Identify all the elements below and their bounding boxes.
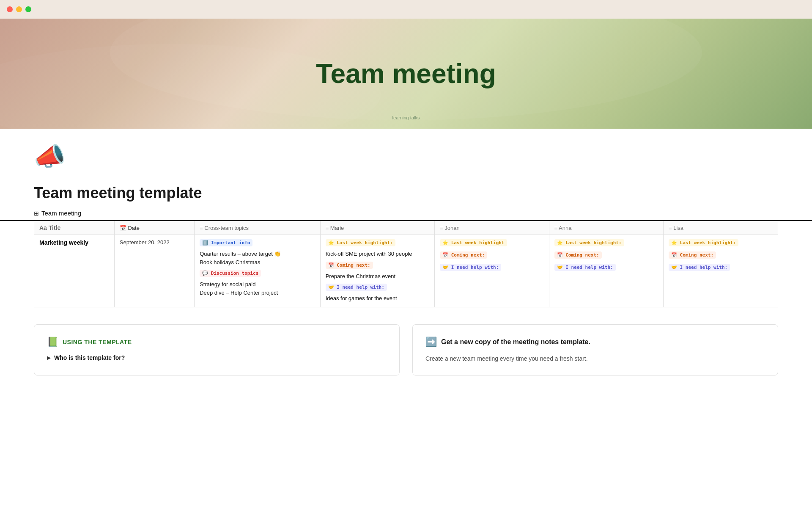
important-item-2: Book holidays Christmas [200,258,315,267]
hero-banner: Team meeting learning talks [0,19,812,129]
data-table: Aa Title 📅 Date ≡ Cross-team topics ≡ Ma… [34,221,778,307]
lisa-help-tag: 🤝 I need help with: [669,264,730,271]
anna-coming-tag: 📅 Coming next: [554,251,602,259]
important-info-tag: ℹ️ Important info [200,239,252,246]
megaphone-icon: 📣 [34,141,66,171]
chevron-right-icon: ▶ [47,355,51,361]
text-icon: Aa [39,224,47,231]
marie-help-tag: 🤝 I need help with: [326,284,387,291]
collapse-item-label: Who is this template for? [54,354,125,361]
arrow-right-icon: ➡️ [425,337,437,348]
titlebar [0,0,812,19]
close-button[interactable] [7,6,13,12]
table-header-row: Aa Title 📅 Date ≡ Cross-team topics ≡ Ma… [34,221,778,235]
col-header-cross: ≡ Cross-team topics [195,221,321,235]
cell-johan: ⭐ Last week highlight 📅 Coming next: 🤝 I… [435,235,549,307]
new-copy-desc: Create a new team meeting every time you… [425,354,765,363]
marie-last-week-tag: ⭐ Last week highlight: [326,239,395,246]
card-header-new-copy: ➡️ Get a new copy of the meeting notes t… [425,337,765,348]
text-lines-icon-5: ≡ [669,225,672,231]
text-lines-icon-3: ≡ [440,225,443,231]
cards-section: 📗 USING THE TEMPLATE ▶ Who is this templ… [0,307,812,392]
text-lines-icon: ≡ [200,225,203,231]
important-item-1: Quarter results – above target 👏 [200,250,315,258]
discussion-topics-tag: 💬 Discussion topics [200,270,261,277]
text-lines-icon-2: ≡ [326,225,329,231]
row-title: Marketing weekly [39,239,88,246]
marie-last-week-text: Kick-off SME project with 30 people [326,250,429,258]
cell-date: September 20, 2022 [114,235,194,307]
row-date: September 20, 2022 [120,239,170,246]
johan-coming-tag: 📅 Coming next: [440,251,487,259]
book-icon: 📗 [47,337,58,348]
marie-help-text: Ideas for games for the event [326,294,429,303]
lisa-coming-tag: 📅 Coming next: [669,251,716,259]
page-title: Team meeting template [0,176,812,206]
using-template-card: 📗 USING THE TEMPLATE ▶ Who is this templ… [34,324,400,375]
anna-help-tag: 🤝 I need help with: [554,264,616,271]
cell-cross-team: ℹ️ Important info Quarter results – abov… [195,235,321,307]
discussion-item-2: Deep dive – Help Center project [200,289,315,297]
team-meeting-tab[interactable]: ⊞ Team meeting [34,206,81,221]
tab-label: Team meeting [41,210,81,217]
new-copy-card: ➡️ Get a new copy of the meeting notes t… [412,324,778,375]
discussion-item-1: Strategy for social paid [200,280,315,289]
anna-last-week-tag: ⭐ Last week highlight: [554,239,624,246]
maximize-button[interactable] [25,6,31,12]
lisa-last-week-tag: ⭐ Last week highlight: [669,239,738,246]
who-is-template-for-item[interactable]: ▶ Who is this template for? [47,354,387,361]
col-header-marie: ≡ Marie [320,221,434,235]
johan-help-tag: 🤝 I need help with: [440,264,501,271]
cell-lisa: ⭐ Last week highlight: 📅 Coming next: 🤝 … [663,235,778,307]
col-header-anna: ≡ Anna [549,221,663,235]
using-template-title: USING THE TEMPLATE [63,339,132,345]
new-copy-title: Get a new copy of the meeting notes temp… [441,338,590,346]
tab-bar: ⊞ Team meeting [0,206,812,221]
megaphone-section: 📣 [0,129,812,176]
text-lines-icon-4: ≡ [554,225,558,231]
marie-coming-text: Prepare the Christmas event [326,272,429,281]
table-row: Marketing weekly September 20, 2022 ℹ️ I… [34,235,778,307]
cell-anna: ⭐ Last week highlight: 📅 Coming next: 🤝 … [549,235,663,307]
cell-marie: ⭐ Last week highlight: Kick-off SME proj… [320,235,434,307]
marie-coming-tag: 📅 Coming next: [326,262,373,269]
col-header-title: Aa Title [34,221,114,235]
calendar-icon: 📅 [120,225,126,231]
col-header-johan: ≡ Johan [435,221,549,235]
minimize-button[interactable] [16,6,22,12]
table-icon: ⊞ [34,210,39,217]
cell-title: Marketing weekly [34,235,114,307]
johan-last-week-tag: ⭐ Last week highlight [440,239,507,246]
card-header-using: 📗 USING THE TEMPLATE [47,337,387,348]
hero-title: Team meeting [316,58,496,89]
col-header-lisa: ≡ Lisa [663,221,778,235]
col-header-date: 📅 Date [114,221,194,235]
hero-logo: learning talks [392,115,420,120]
